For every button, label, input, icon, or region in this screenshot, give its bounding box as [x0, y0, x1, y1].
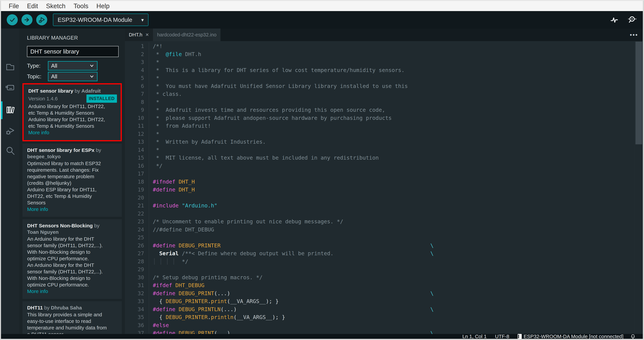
code-line: 30/* Setup debug printing macros. */	[125, 274, 643, 282]
menu-item-file[interactable]: File	[5, 1, 23, 11]
line-number: 14	[125, 146, 149, 154]
close-icon[interactable]: ✕	[146, 32, 149, 37]
code-line: 24//#define DHT_DEBUG	[125, 226, 643, 234]
line-number: 23	[125, 218, 149, 226]
line-number: 2	[125, 50, 149, 58]
menu-item-edit[interactable]: Edit	[23, 1, 42, 11]
scrollbar-track	[634, 41, 635, 334]
upload-button[interactable]	[22, 14, 32, 25]
type-filter-label: Type:	[27, 63, 48, 69]
chevron-down-icon	[89, 74, 94, 79]
more-info-link[interactable]: More info	[27, 206, 118, 213]
code-editor[interactable]: 1/*!2 * @file DHT.h3 *4 * This is a libr…	[125, 41, 643, 334]
code-line: 37#define DEBUG_PRINT(...) \	[125, 329, 643, 334]
line-number: 36	[125, 321, 149, 329]
line-number: 19	[125, 186, 149, 194]
code-line: 15 * MIT license, all text above must be…	[125, 154, 643, 162]
code-line: 34#define DEBUG_PRINTLN(...) \	[125, 305, 643, 313]
check-icon	[9, 17, 16, 23]
code-line: 21#include "Arduino.h"	[125, 202, 643, 210]
code-line: 20	[125, 194, 643, 202]
menu-item-tools[interactable]: Tools	[70, 1, 92, 11]
library-version: Version 1.4.6	[28, 95, 86, 102]
library-card-title: DHT11 by Dhruba Saha	[27, 305, 118, 311]
topic-filter-label: Topic:	[27, 73, 48, 80]
library-card-title: Toan Nguyen	[27, 229, 118, 235]
library-card-title: DHT Sensors Non-Blocking by	[27, 223, 118, 229]
line-number: 17	[125, 170, 149, 178]
library-card-title: DHT sensor library for ESPx by	[27, 147, 118, 153]
code-line: 35 { DEBUG_PRINTER.println(__VA_ARGS__);…	[125, 313, 643, 321]
library-books-icon	[5, 105, 16, 116]
debug-play-icon	[38, 16, 45, 23]
notifications-bell-icon[interactable]	[630, 334, 636, 339]
scrollbar-thumb[interactable]	[636, 42, 642, 144]
sidebar-item-search[interactable]	[1, 144, 19, 159]
library-card-0[interactable]: DHT sensor library by AdafruitVersion 1.…	[22, 83, 122, 141]
line-number: 27	[125, 250, 149, 258]
line-number: 3	[125, 58, 149, 66]
ellipsis-menu[interactable]: •••	[630, 29, 638, 41]
editor-tab-bar: DHT.h✕hardcoded-dht22-esp32.ino•••	[125, 29, 643, 41]
menu-item-help[interactable]: Help	[92, 1, 114, 11]
cursor-position[interactable]: Ln 1, Col 1	[462, 334, 487, 339]
code-line: 12 *	[125, 130, 643, 138]
line-number: 35	[125, 313, 149, 321]
code-line: 13 * Written by Adafruit Industries.	[125, 138, 643, 146]
tab-DHT.h[interactable]: DHT.h✕	[125, 29, 153, 41]
type-filter-select[interactable]: All	[48, 61, 98, 71]
code-line: 36#else	[125, 321, 643, 329]
code-line: 3 *	[125, 58, 643, 66]
topic-filter-select[interactable]: All	[48, 72, 98, 81]
more-info-link[interactable]: More info	[28, 129, 117, 136]
chevron-down-icon	[89, 63, 94, 68]
code-line: 25	[125, 234, 643, 242]
line-number: 33	[125, 297, 149, 305]
boards-manager-icon	[5, 82, 16, 93]
menu-item-sketch[interactable]: Sketch	[42, 1, 70, 11]
line-number: 25	[125, 234, 149, 242]
code-line: 27 Serial /**< Define where debug output…	[125, 250, 643, 258]
debug-button[interactable]	[36, 14, 47, 25]
board-selector[interactable]: ESP32-WROOM-DA Module ▾	[53, 14, 148, 26]
library-card-1[interactable]: DHT sensor library for ESPx bybeegee_tok…	[22, 144, 122, 217]
menu-bar: FileEditSketchToolsHelp	[1, 1, 643, 11]
board-status[interactable]: ESP32-WROOM-DA Module [not connected]	[518, 334, 624, 339]
line-number: 1	[125, 42, 149, 50]
library-card-2[interactable]: DHT Sensors Non-Blocking byToan NguyenAn…	[22, 219, 122, 299]
installed-badge: INSTALLED	[86, 94, 117, 103]
tab-hardcoded-dht22-esp32.ino[interactable]: hardcoded-dht22-esp32.ino	[153, 29, 220, 41]
line-number: 29	[125, 265, 149, 274]
board-selector-label: ESP32-WROOM-DA Module	[58, 17, 141, 23]
code-line: 16 */	[125, 162, 643, 170]
serial-plotter-icon[interactable]	[610, 15, 619, 25]
library-card-title: DHT sensor library by Adafruit	[28, 88, 117, 94]
verify-button[interactable]	[7, 14, 18, 25]
tab-label: hardcoded-dht22-esp32.ino	[157, 32, 216, 38]
line-number: 15	[125, 154, 149, 162]
library-search-input[interactable]	[27, 46, 118, 57]
line-number: 11	[125, 122, 149, 130]
line-number: 24	[125, 226, 149, 234]
code-line: 29	[125, 265, 643, 274]
sidebar-item-library-manager[interactable]	[1, 103, 19, 118]
sidebar-item-debug[interactable]	[1, 123, 19, 139]
status-bar: Ln 1, Col 1 UTF-8 ESP32-WROOM-DA Module …	[1, 334, 643, 339]
more-info-link[interactable]: More info	[27, 288, 118, 294]
code-line: 8 *	[125, 98, 643, 106]
library-manager-panel: LIBRARY MANAGER Type: All Topic: All	[19, 29, 125, 334]
library-description: This library provides a simple andeasy-t…	[27, 311, 118, 334]
code-line: 10 * please support Adafruit andopen-sou…	[125, 114, 643, 122]
line-number: 34	[125, 305, 149, 313]
line-number: 4	[125, 66, 149, 74]
serial-monitor-icon[interactable]	[627, 15, 636, 25]
sidebar-item-boards-manager[interactable]	[1, 80, 19, 95]
chevron-down-icon: ▾	[141, 17, 144, 23]
line-number: 9	[125, 106, 149, 114]
code-line: 1/*!	[125, 42, 643, 50]
line-number: 7	[125, 90, 149, 98]
encoding[interactable]: UTF-8	[495, 334, 509, 339]
sidebar-item-sketchbook[interactable]	[1, 59, 19, 75]
library-card-3[interactable]: DHT11 by Dhruba SahaThis library provide…	[22, 301, 122, 334]
code-line: 11 * from Adafruit!	[125, 122, 643, 130]
